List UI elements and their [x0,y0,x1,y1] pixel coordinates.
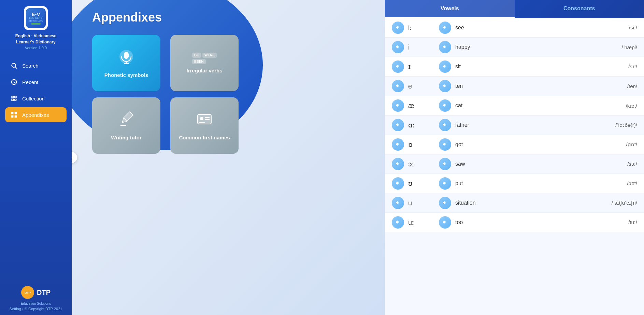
dtp-logo: DTP DTP [21,286,51,299]
sidebar-item-appendixes-label: Appendixes [22,112,49,118]
phoneme-symbol: ɒ [408,140,425,149]
speaker-icon [395,219,401,226]
ipa-notation: /sɪt/ [603,64,637,70]
search-icon [10,61,18,70]
phonetic-row: ɑː father /ˈfɑːðə(r)/ [385,115,644,135]
speaker-icon [442,64,448,70]
speaker-icon [442,102,448,109]
phoneme-play-button[interactable] [392,138,404,151]
phoneme-play-button[interactable] [392,22,404,34]
svg-rect-6 [15,115,17,118]
ipa-notation: / sɪtʃuˈeɪʃn/ [603,200,637,206]
speaker-icon [442,122,448,128]
example-word: situation [455,200,603,206]
ipa-notation: /ten/ [603,83,637,89]
phoneme-play-button[interactable] [392,80,404,92]
logo-box: E-V LEARNER'SDICTIONARY [24,6,48,30]
speaker-icon [395,25,401,31]
svg-rect-5 [11,115,14,118]
example-play-button[interactable] [439,138,451,151]
sidebar-bottom: DTP DTP Education Solutions Setting • © … [10,286,62,311]
phoneme-symbol: ɪ [408,63,425,71]
phoneme-play-button[interactable] [392,41,404,53]
example-word: sit [455,64,603,70]
ipa-notation: / hæpi/ [603,44,637,50]
tabs-header: Vowels Consonants [385,0,644,18]
phoneme-symbol: ɔː [408,160,425,168]
verb-badges: BE WERE BEEN [192,53,217,64]
phonetic-row: e ten /ten/ [385,77,644,96]
speaker-icon [395,200,401,206]
speaker-icon [442,44,448,51]
phoneme-symbol: e [408,82,425,90]
ipa-notation: /ˈfɑːðə(r)/ [603,122,637,128]
cards-grid: Phonetic symbols BE WERE BEEN Irregular … [92,35,242,154]
card-phonetic-symbols[interactable]: Phonetic symbols [92,35,160,91]
sidebar-item-collection[interactable]: Collection [5,91,67,106]
phoneme-play-button[interactable] [392,60,404,73]
example-play-button[interactable] [439,216,451,229]
tab-consonants[interactable]: Consonants [515,0,644,18]
footer-text: Setting • © Copyright DTP 2021 [10,307,62,311]
example-play-button[interactable] [439,41,451,53]
example-play-button[interactable] [439,119,451,131]
were-badge: WERE [202,53,217,58]
example-word: too [455,219,603,225]
speaker-icon [442,200,448,206]
card-phonetic-label: Phonetic symbols [104,72,148,78]
mic-icon [118,49,134,68]
speaker-icon [395,180,401,187]
example-play-button[interactable] [439,158,451,170]
phoneme-play-button[interactable] [392,119,404,131]
phoneme-symbol: u [408,199,425,207]
ipa-notation: /ɡɒt/ [603,141,637,148]
phonetic-row: i happy / hæpi/ [385,38,644,57]
sidebar-item-collection-label: Collection [22,96,45,101]
sidebar-item-recent[interactable]: Recent [5,74,67,90]
speaker-icon [442,180,448,187]
speaker-icon [442,83,448,90]
example-play-button[interactable] [439,60,451,73]
phoneme-play-button[interactable] [392,177,404,190]
card-writing-tutor[interactable]: Writing tutor [92,97,160,154]
tab-vowels[interactable]: Vowels [385,0,515,18]
ipa-notation: /tuː/ [603,219,637,225]
pen-icon [118,111,134,131]
ipa-notation: /siː/ [603,25,637,31]
example-word: saw [455,161,603,167]
be-badge: BE [192,53,201,58]
example-play-button[interactable] [439,99,451,112]
speaker-icon [395,141,401,148]
sidebar-item-search-label: Search [22,63,39,69]
dtp-label: DTP [37,289,51,297]
svg-text:DTP: DTP [25,291,31,295]
example-play-button[interactable] [439,80,451,92]
example-play-button[interactable] [439,177,451,190]
sidebar-item-search[interactable]: Search [5,58,67,73]
svg-rect-10 [124,52,129,59]
phoneme-symbol: ɑː [408,121,425,129]
logo-inner: E-V LEARNER'SDICTIONARY [26,8,46,28]
card-common-names[interactable]: Common first names [170,97,239,154]
speaker-icon [442,219,448,226]
ipa-notation: /kæt/ [603,103,637,109]
example-word: ten [455,83,603,89]
dtp-sub-label: Education Solutions [21,302,51,305]
example-word: cat [455,102,603,109]
phoneme-play-button[interactable] [392,197,404,209]
sidebar: E-V LEARNER'SDICTIONARY English - Vietna… [0,0,72,315]
sidebar-item-appendixes[interactable]: Appendixes [5,107,67,122]
example-play-button[interactable] [439,22,451,34]
recent-icon [10,78,18,86]
phonetic-row: uː too /tuː/ [385,213,644,232]
phonetic-row: ɔː saw /sɔː/ [385,154,644,174]
logo-ev-text: E-V [31,12,40,17]
phonetic-list: iː see /siː/ i happy [385,18,644,315]
card-irregular-verbs[interactable]: BE WERE BEEN Irregular verbs [170,35,239,91]
phoneme-play-button[interactable] [392,99,404,112]
phoneme-play-button[interactable] [392,216,404,229]
example-play-button[interactable] [439,197,451,209]
sidebar-item-recent-label: Recent [22,79,39,85]
phoneme-play-button[interactable] [392,158,404,170]
speaker-icon [395,64,401,70]
